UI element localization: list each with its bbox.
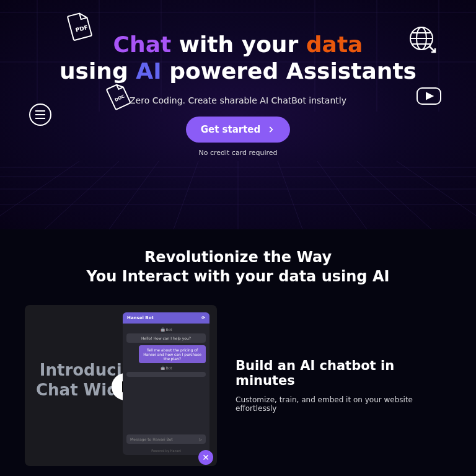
get-started-button[interactable]: Get started (186, 117, 291, 143)
cta-label: Get started (201, 124, 261, 135)
bot-label: 🤖 Bot (126, 366, 206, 370)
chat-widget-preview: Hansei Bot ⟳ 🤖 Bot Hello! How can I help… (123, 312, 209, 455)
feature-description: Customize, train, and embed it on your w… (236, 395, 451, 413)
chat-header-title: Hansei Bot (127, 315, 154, 320)
svg-line-7 (45, 161, 119, 229)
svg-line-12 (397, 161, 476, 229)
section-revolutionize: Revolutionize the Way You Interact with … (0, 229, 476, 476)
hero-headline: Chat with your data using AI powered Ass… (0, 31, 476, 84)
feature-row: Introducing Chat Widget Hansei Bot ⟳ 🤖 B… (0, 286, 476, 476)
hero-subheadline: Zero Coding. Create sharable AI ChatBot … (0, 95, 476, 105)
credit-note: No credit card required (0, 149, 476, 157)
svg-line-10 (317, 161, 367, 229)
send-icon: ▷ (199, 437, 202, 441)
close-chat-button[interactable]: ✕ (198, 450, 213, 465)
svg-line-5 (174, 161, 198, 229)
chevron-right-icon (267, 125, 275, 134)
section2-title: Revolutionize the Way You Interact with … (0, 248, 476, 286)
refresh-icon: ⟳ (201, 315, 205, 320)
chat-message-user: Tell me about the pricing of Hansei and … (139, 345, 206, 363)
svg-line-9 (278, 161, 302, 229)
chat-message-bot: Hello! How can I help you? (126, 333, 206, 343)
feature-title: Build an AI chatbot in minutes (236, 358, 451, 388)
chat-message-bot (126, 372, 206, 377)
svg-line-11 (357, 161, 431, 229)
hero-section: PDF DOC Chat with your data using AI pow… (0, 0, 476, 229)
video-preview[interactable]: Introducing Chat Widget Hansei Bot ⟳ 🤖 B… (25, 305, 217, 466)
svg-line-8 (0, 161, 79, 229)
chat-input: Message to Hansei Bot ▷ (126, 434, 206, 444)
chat-footer: Powered by Hansei (123, 449, 209, 452)
svg-line-6 (109, 161, 159, 229)
bot-label: 🤖 Bot (126, 327, 206, 332)
